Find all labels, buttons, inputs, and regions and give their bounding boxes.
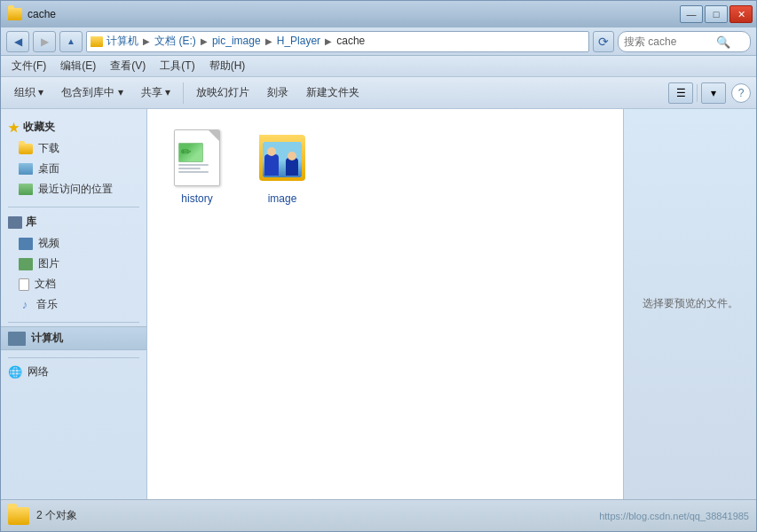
breadcrumb-part-cache: cache [336, 35, 365, 47]
back-button[interactable]: ◀ [6, 31, 29, 52]
search-input[interactable] [624, 35, 713, 48]
window-controls: — □ ✕ [680, 5, 753, 23]
toolbar-divider-2 [697, 84, 698, 102]
window-title: cache [28, 8, 56, 20]
burn-button[interactable]: 刻录 [259, 81, 296, 106]
recent-icon [19, 184, 33, 195]
character-2 [286, 158, 298, 176]
search-bar[interactable]: 🔍 [618, 31, 751, 52]
file-item-image[interactable]: image [247, 123, 318, 208]
title-folder-icon [8, 8, 22, 20]
title-bar-left: cache [8, 8, 56, 20]
new-folder-button[interactable]: 新建文件夹 [298, 81, 367, 106]
history-doc-shape [174, 129, 220, 186]
sidebar-item-videos[interactable]: 视频 [1, 233, 146, 254]
sidebar-item-downloads[interactable]: 下载 [1, 138, 146, 159]
doc-line-2 [178, 168, 201, 169]
sidebar-item-music[interactable]: ♪ 音乐 [1, 294, 146, 315]
content-area: history imag [147, 109, 623, 499]
sidebar-item-desktop[interactable]: 桌面 [1, 159, 146, 179]
documents-icon [19, 278, 29, 291]
address-bar: ◀ ▶ ▲ 计算机 ▶ 文档 (E:) ▶ pic_image ▶ H_Play… [1, 27, 756, 56]
anime-thumbnail [263, 142, 302, 177]
breadcrumb-part-drive[interactable]: 文档 (E:) [154, 35, 196, 47]
network-icon: 🌐 [8, 366, 22, 379]
favorites-section: ★ 收藏夹 下载 桌面 最近访问的位置 [1, 116, 146, 200]
sidebar-item-pictures[interactable]: 图片 [1, 254, 146, 274]
main-area: ★ 收藏夹 下载 桌面 最近访问的位置 [1, 109, 756, 499]
videos-icon [19, 238, 33, 250]
menu-tools[interactable]: 工具(T) [153, 57, 201, 75]
library-section: 库 视频 图片 文档 ♪ 音乐 [1, 211, 146, 315]
desktop-icon [19, 163, 33, 175]
doc-line-3 [178, 171, 209, 173]
include-library-button[interactable]: 包含到库中 ▾ [53, 81, 130, 106]
recent-label: 最近访问的位置 [38, 182, 113, 197]
pictures-label: 图片 [38, 256, 59, 271]
title-bar: cache — □ ✕ [1, 1, 756, 27]
forward-button[interactable]: ▶ [33, 31, 56, 52]
documents-label: 文档 [35, 277, 56, 292]
history-doc-content [178, 143, 216, 182]
network-label: 网络 [28, 364, 49, 379]
view-size-button[interactable]: ▾ [701, 82, 726, 104]
search-icon[interactable]: 🔍 [716, 35, 729, 48]
organize-button[interactable]: 组织 ▾ [6, 81, 51, 106]
star-icon: ★ [8, 121, 20, 135]
minimize-button[interactable]: — [680, 5, 703, 23]
music-label: 音乐 [36, 297, 58, 312]
sidebar-divider-3 [8, 357, 139, 358]
sidebar-item-documents[interactable]: 文档 [1, 274, 146, 294]
computer-header[interactable]: 计算机 [1, 326, 146, 350]
preview-panel: 选择要预览的文件。 [623, 109, 756, 499]
library-header: 库 [1, 211, 146, 233]
refresh-button[interactable]: ⟳ [593, 31, 614, 52]
favorites-label: 收藏夹 [23, 120, 55, 135]
downloads-folder-icon [19, 144, 33, 154]
image-folder-shape [259, 135, 305, 181]
desktop-label: 桌面 [38, 161, 59, 176]
breadcrumb-path: 计算机 ▶ 文档 (E:) ▶ pic_image ▶ H_Player ▶ c… [106, 34, 365, 49]
menu-view[interactable]: 查看(V) [103, 57, 153, 75]
computer-monitor-icon [8, 332, 26, 346]
status-folder-icon [8, 507, 29, 525]
watermark-text: https://blog.csdn.net/qq_38841985 [599, 511, 749, 521]
menu-file[interactable]: 文件(F) [4, 57, 53, 75]
slideshow-button[interactable]: 放映幻灯片 [188, 81, 257, 106]
favorites-header: ★ 收藏夹 [1, 116, 146, 138]
menu-edit[interactable]: 编辑(E) [53, 57, 103, 75]
view-icon: ☰ [676, 87, 686, 99]
image-folder-label: image [268, 192, 297, 205]
breadcrumb-part-pic[interactable]: pic_image [212, 35, 261, 47]
share-button[interactable]: 共享 ▾ [133, 81, 178, 106]
sidebar-divider-2 [8, 322, 139, 323]
share-label: 共享 ▾ [141, 85, 170, 100]
help-button[interactable]: ? [731, 83, 751, 103]
sidebar-item-recent[interactable]: 最近访问的位置 [1, 179, 146, 200]
toolbar: 组织 ▾ 包含到库中 ▾ 共享 ▾ 放映幻灯片 刻录 新建文件夹 ☰ ▾ ? [1, 77, 756, 109]
sidebar-divider-1 [8, 207, 139, 207]
breadcrumb-part-hplayer[interactable]: H_Player [277, 35, 320, 47]
up-button[interactable]: ▲ [59, 31, 83, 52]
pencil-graphic [179, 144, 202, 161]
breadcrumb-bar[interactable]: 计算机 ▶ 文档 (E:) ▶ pic_image ▶ H_Player ▶ c… [86, 31, 589, 52]
image-folder-icon [256, 127, 309, 189]
sidebar-item-network[interactable]: 🌐 网络 [1, 362, 146, 382]
menu-bar: 文件(F) 编辑(E) 查看(V) 工具(T) 帮助(H) [1, 56, 756, 77]
explorer-window: cache — □ ✕ ◀ ▶ ▲ 计算机 ▶ 文档 (E:) ▶ pic_im… [0, 0, 757, 532]
library-label: 库 [26, 215, 36, 230]
videos-label: 视频 [38, 236, 59, 251]
maximize-button[interactable]: □ [705, 5, 728, 23]
file-item-history[interactable]: history [162, 123, 233, 208]
close-button[interactable]: ✕ [729, 5, 753, 23]
organize-label: 组织 ▾ [14, 85, 43, 100]
sidebar: ★ 收藏夹 下载 桌面 最近访问的位置 [1, 109, 147, 499]
library-icon [8, 216, 22, 229]
breadcrumb-part-computer[interactable]: 计算机 [106, 35, 138, 47]
doc-line-1 [178, 164, 209, 166]
breadcrumb-folder-icon [91, 36, 103, 47]
menu-help[interactable]: 帮助(H) [202, 57, 253, 75]
view-toggle-button[interactable]: ☰ [668, 82, 693, 104]
history-file-icon [170, 127, 224, 189]
slideshow-label: 放映幻灯片 [196, 85, 249, 100]
